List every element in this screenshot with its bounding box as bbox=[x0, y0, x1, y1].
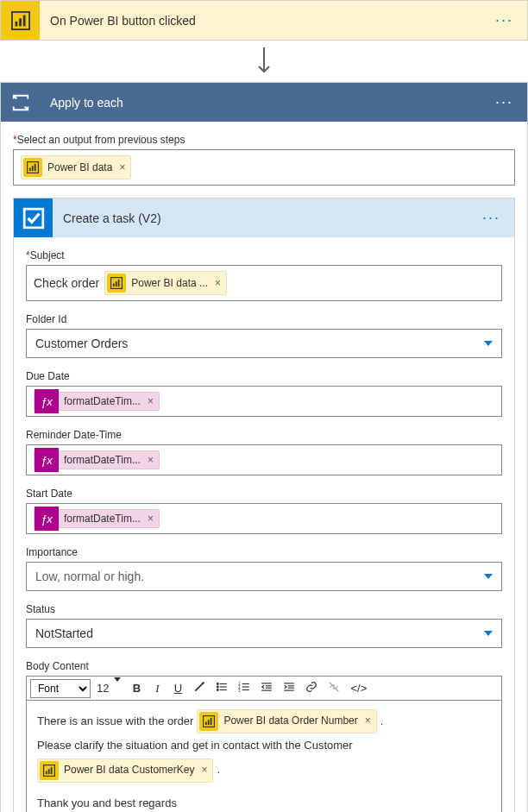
status-label: Status bbox=[26, 603, 502, 615]
output-input[interactable]: Power BI data × bbox=[13, 149, 515, 186]
svg-rect-6 bbox=[29, 168, 31, 172]
svg-point-14 bbox=[203, 682, 204, 683]
status-value: NotStarted bbox=[35, 626, 93, 640]
svg-point-17 bbox=[217, 686, 219, 688]
fx-icon: ƒx bbox=[35, 448, 59, 472]
chevron-down-icon bbox=[484, 341, 493, 346]
svg-point-15 bbox=[217, 683, 219, 685]
powerbi-icon bbox=[1, 1, 40, 40]
subject-prefix-text: Check order bbox=[34, 276, 99, 290]
reminder-input[interactable]: ƒx formatDateTim... × bbox=[26, 444, 502, 475]
unlink-button[interactable] bbox=[324, 678, 344, 698]
importance-placeholder: Low, normal or high. bbox=[35, 570, 144, 583]
chevron-down-icon bbox=[484, 574, 493, 579]
powerbi-icon bbox=[199, 712, 218, 731]
importance-select[interactable]: Low, normal or high. bbox=[26, 562, 502, 591]
svg-rect-11 bbox=[113, 284, 115, 287]
svg-rect-13 bbox=[118, 280, 120, 286]
chip-fx-reminder[interactable]: ƒx formatDateTim... × bbox=[34, 450, 160, 469]
numbered-list-button[interactable]: 123 bbox=[234, 678, 255, 698]
apply-title: Apply to each bbox=[40, 96, 492, 110]
apply-to-each-card: Apply to each ··· *Select an output from… bbox=[0, 82, 528, 812]
importance-label: Importance bbox=[26, 546, 502, 558]
svg-rect-2 bbox=[19, 18, 22, 26]
start-date-label: Start Date bbox=[26, 488, 502, 500]
start-date-input[interactable]: ƒx formatDateTim... × bbox=[26, 503, 502, 534]
indent-button[interactable] bbox=[279, 678, 299, 698]
apply-more-button[interactable]: ··· bbox=[492, 93, 517, 111]
trigger-header[interactable]: On Power BI button clicked ··· bbox=[1, 1, 527, 40]
chip-remove-button[interactable]: × bbox=[201, 762, 207, 778]
chip-label: formatDateTim... bbox=[64, 454, 141, 466]
apply-header[interactable]: Apply to each ··· bbox=[1, 83, 527, 122]
powerbi-icon bbox=[23, 158, 42, 177]
body-text: There is an issue with the order bbox=[37, 713, 193, 731]
chip-powerbi-data[interactable]: Power BI data × bbox=[21, 155, 131, 179]
chip-remove-button[interactable]: × bbox=[365, 713, 371, 729]
chip-label: formatDateTim... bbox=[64, 395, 141, 407]
chip-label: Power BI data CustomerKey bbox=[64, 762, 194, 778]
svg-point-19 bbox=[217, 689, 219, 691]
chip-remove-button[interactable]: × bbox=[148, 395, 154, 407]
folder-select[interactable]: Customer Orders bbox=[26, 329, 502, 358]
chip-remove-button[interactable]: × bbox=[119, 161, 125, 173]
trigger-card: On Power BI button clicked ··· bbox=[0, 0, 528, 41]
svg-rect-39 bbox=[211, 718, 212, 725]
powerbi-icon bbox=[107, 274, 126, 293]
rte-toolbar: Font 12 B I U 123 bbox=[26, 676, 502, 700]
underline-button[interactable]: U bbox=[168, 679, 187, 697]
task-title: Create a task (V2) bbox=[53, 211, 479, 225]
color-button[interactable] bbox=[189, 678, 210, 698]
code-view-button[interactable]: </> bbox=[346, 679, 371, 697]
chip-label: Power BI data Order Number bbox=[223, 713, 357, 729]
svg-rect-43 bbox=[51, 767, 53, 774]
chip-fx-due[interactable]: ƒx formatDateTim... × bbox=[34, 392, 160, 411]
chip-remove-button[interactable]: × bbox=[148, 513, 154, 525]
subject-input[interactable]: Check order Power BI data ... × bbox=[26, 265, 502, 301]
outlook-tasks-icon bbox=[14, 198, 53, 237]
svg-rect-1 bbox=[15, 21, 17, 25]
chip-remove-button[interactable]: × bbox=[148, 454, 154, 466]
bullet-list-button[interactable] bbox=[211, 678, 232, 698]
svg-rect-3 bbox=[22, 15, 25, 26]
chip-label: formatDateTim... bbox=[64, 513, 141, 525]
chip-powerbi-subject[interactable]: Power BI data ... × bbox=[104, 271, 227, 295]
body-label: Body Content bbox=[26, 660, 502, 672]
status-select[interactable]: NotStarted bbox=[26, 619, 502, 648]
bold-button[interactable]: B bbox=[127, 679, 146, 697]
output-label: *Select an output from previous steps bbox=[13, 134, 515, 146]
subject-label: *Subject bbox=[26, 249, 502, 261]
folder-value: Customer Orders bbox=[35, 337, 128, 350]
chip-label: Power BI data ... bbox=[131, 277, 208, 289]
font-select[interactable]: Font bbox=[30, 679, 91, 698]
chip-fx-start[interactable]: ƒx formatDateTim... × bbox=[34, 509, 160, 528]
svg-rect-8 bbox=[35, 164, 36, 171]
svg-rect-42 bbox=[48, 769, 50, 774]
body-content-editor[interactable]: There is an issue with the order Power B… bbox=[26, 700, 502, 812]
body-text: . bbox=[217, 761, 220, 779]
chip-remove-button[interactable]: × bbox=[215, 277, 221, 289]
task-header[interactable]: Create a task (V2) ··· bbox=[14, 198, 514, 237]
trigger-more-button[interactable]: ··· bbox=[492, 11, 517, 29]
reminder-label: Reminder Date-Time bbox=[26, 429, 502, 441]
outdent-button[interactable] bbox=[256, 678, 277, 698]
link-button[interactable] bbox=[301, 678, 322, 698]
bar-chart-icon bbox=[11, 11, 30, 30]
due-date-input[interactable]: ƒx formatDateTim... × bbox=[26, 386, 502, 417]
fx-icon: ƒx bbox=[35, 389, 59, 413]
fx-icon: ƒx bbox=[35, 507, 59, 531]
svg-rect-7 bbox=[32, 166, 34, 171]
folder-label: Folder Id bbox=[26, 313, 502, 325]
italic-button[interactable]: I bbox=[148, 679, 167, 698]
task-more-button[interactable]: ··· bbox=[479, 209, 504, 227]
svg-text:3: 3 bbox=[238, 689, 241, 693]
font-size-select[interactable]: 12 bbox=[92, 679, 125, 697]
body-text: Please clarify the situation and get in … bbox=[37, 737, 353, 755]
powerbi-icon bbox=[40, 761, 59, 780]
chip-customer-key[interactable]: Power BI data CustomerKey × bbox=[37, 758, 213, 783]
chip-order-number[interactable]: Power BI data Order Number × bbox=[197, 709, 376, 733]
chevron-down-icon bbox=[484, 631, 493, 636]
svg-rect-41 bbox=[46, 771, 47, 774]
loop-icon bbox=[1, 83, 40, 122]
chip-label: Power BI data bbox=[47, 161, 112, 173]
